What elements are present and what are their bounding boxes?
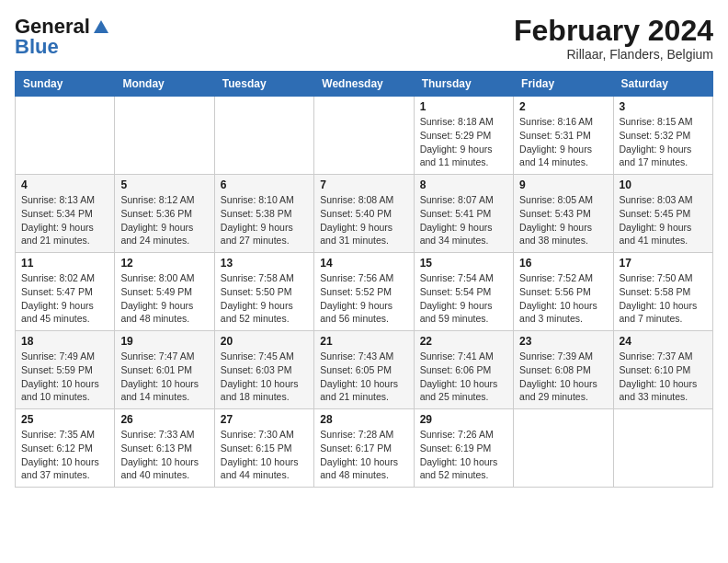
calendar-cell: 3Sunrise: 8:15 AM Sunset: 5:32 PM Daylig… <box>613 97 712 175</box>
day-number: 23 <box>519 335 607 348</box>
day-number: 25 <box>21 413 108 426</box>
calendar-cell: 16Sunrise: 7:52 AM Sunset: 5:56 PM Dayli… <box>514 253 613 331</box>
day-info: Sunrise: 7:47 AM Sunset: 6:01 PM Dayligh… <box>120 350 208 404</box>
calendar-cell: 25Sunrise: 7:35 AM Sunset: 6:12 PM Dayli… <box>16 409 115 488</box>
day-info: Sunrise: 7:58 AM Sunset: 5:50 PM Dayligh… <box>221 271 308 326</box>
calendar-cell: 22Sunrise: 7:41 AM Sunset: 6:06 PM Dayli… <box>414 331 513 409</box>
day-number: 11 <box>21 257 108 270</box>
calendar-cell: 11Sunrise: 8:02 AM Sunset: 5:47 PM Dayli… <box>16 253 115 331</box>
day-number: 10 <box>620 178 707 191</box>
calendar-cell <box>16 97 115 175</box>
day-number: 19 <box>120 335 208 348</box>
day-number: 6 <box>221 178 308 191</box>
day-info: Sunrise: 7:56 AM Sunset: 5:52 PM Dayligh… <box>320 271 407 326</box>
day-number: 4 <box>21 178 108 191</box>
day-number: 18 <box>21 335 108 348</box>
month-title: February 2024 <box>514 15 713 47</box>
calendar-cell: 19Sunrise: 7:47 AM Sunset: 6:01 PM Dayli… <box>115 331 214 409</box>
day-number: 27 <box>221 413 308 426</box>
day-info: Sunrise: 8:16 AM Sunset: 5:31 PM Dayligh… <box>519 115 607 169</box>
calendar-body: 1Sunrise: 8:18 AM Sunset: 5:29 PM Daylig… <box>16 97 713 488</box>
day-number: 22 <box>420 335 507 348</box>
day-info: Sunrise: 8:10 AM Sunset: 5:38 PM Dayligh… <box>221 193 308 247</box>
calendar-cell: 15Sunrise: 7:54 AM Sunset: 5:54 PM Dayli… <box>414 253 513 331</box>
day-number: 8 <box>420 178 507 191</box>
header-day-friday: Friday <box>514 72 613 97</box>
calendar-cell: 26Sunrise: 7:33 AM Sunset: 6:13 PM Dayli… <box>115 409 214 488</box>
week-row-3: 11Sunrise: 8:02 AM Sunset: 5:47 PM Dayli… <box>16 253 713 331</box>
day-info: Sunrise: 7:43 AM Sunset: 6:05 PM Dayligh… <box>320 350 407 404</box>
calendar-cell: 29Sunrise: 7:26 AM Sunset: 6:19 PM Dayli… <box>414 409 513 488</box>
day-number: 7 <box>320 178 407 191</box>
calendar-cell: 7Sunrise: 8:08 AM Sunset: 5:40 PM Daylig… <box>314 175 414 253</box>
day-info: Sunrise: 8:13 AM Sunset: 5:34 PM Dayligh… <box>21 193 108 247</box>
calendar-cell: 8Sunrise: 8:07 AM Sunset: 5:41 PM Daylig… <box>414 175 513 253</box>
day-number: 21 <box>320 335 407 348</box>
day-info: Sunrise: 7:35 AM Sunset: 6:12 PM Dayligh… <box>21 428 108 482</box>
day-number: 17 <box>620 257 707 270</box>
logo: General Blue <box>15 15 108 59</box>
week-row-2: 4Sunrise: 8:13 AM Sunset: 5:34 PM Daylig… <box>16 175 713 253</box>
day-info: Sunrise: 7:37 AM Sunset: 6:10 PM Dayligh… <box>620 350 707 404</box>
header-day-wednesday: Wednesday <box>314 72 414 97</box>
day-info: Sunrise: 7:41 AM Sunset: 6:06 PM Dayligh… <box>420 350 507 404</box>
day-info: Sunrise: 7:30 AM Sunset: 6:15 PM Dayligh… <box>221 428 308 482</box>
calendar-cell: 9Sunrise: 8:05 AM Sunset: 5:43 PM Daylig… <box>514 175 613 253</box>
calendar-cell: 10Sunrise: 8:03 AM Sunset: 5:45 PM Dayli… <box>613 175 712 253</box>
day-number: 9 <box>519 178 607 191</box>
logo-blue: Blue <box>15 35 59 59</box>
day-info: Sunrise: 7:33 AM Sunset: 6:13 PM Dayligh… <box>120 428 208 482</box>
day-number: 24 <box>620 335 707 348</box>
day-number: 3 <box>620 100 707 113</box>
calendar-cell: 1Sunrise: 8:18 AM Sunset: 5:29 PM Daylig… <box>414 97 513 175</box>
title-block: February 2024 Rillaar, Flanders, Belgium <box>514 15 713 62</box>
day-number: 16 <box>519 257 607 270</box>
day-info: Sunrise: 7:50 AM Sunset: 5:58 PM Dayligh… <box>620 271 707 326</box>
location-subtitle: Rillaar, Flanders, Belgium <box>514 47 713 62</box>
calendar-cell: 28Sunrise: 7:28 AM Sunset: 6:17 PM Dayli… <box>314 409 414 488</box>
calendar-cell: 2Sunrise: 8:16 AM Sunset: 5:31 PM Daylig… <box>514 97 613 175</box>
day-info: Sunrise: 8:08 AM Sunset: 5:40 PM Dayligh… <box>320 193 407 247</box>
calendar-table: SundayMondayTuesdayWednesdayThursdayFrid… <box>15 71 713 488</box>
calendar-cell: 21Sunrise: 7:43 AM Sunset: 6:05 PM Dayli… <box>314 331 414 409</box>
day-number: 1 <box>420 100 507 113</box>
day-number: 15 <box>420 257 507 270</box>
day-info: Sunrise: 8:00 AM Sunset: 5:49 PM Dayligh… <box>120 271 208 326</box>
calendar-cell <box>514 409 613 488</box>
day-info: Sunrise: 8:07 AM Sunset: 5:41 PM Dayligh… <box>420 193 507 247</box>
calendar-cell: 13Sunrise: 7:58 AM Sunset: 5:50 PM Dayli… <box>214 253 313 331</box>
calendar-cell: 5Sunrise: 8:12 AM Sunset: 5:36 PM Daylig… <box>115 175 214 253</box>
day-info: Sunrise: 8:15 AM Sunset: 5:32 PM Dayligh… <box>620 115 707 169</box>
day-info: Sunrise: 7:39 AM Sunset: 6:08 PM Dayligh… <box>519 350 607 404</box>
calendar-header: SundayMondayTuesdayWednesdayThursdayFrid… <box>16 72 713 97</box>
week-row-1: 1Sunrise: 8:18 AM Sunset: 5:29 PM Daylig… <box>16 97 713 175</box>
day-info: Sunrise: 7:28 AM Sunset: 6:17 PM Dayligh… <box>320 428 407 482</box>
calendar-cell: 12Sunrise: 8:00 AM Sunset: 5:49 PM Dayli… <box>115 253 214 331</box>
day-info: Sunrise: 8:05 AM Sunset: 5:43 PM Dayligh… <box>519 193 607 247</box>
day-number: 13 <box>221 257 308 270</box>
day-info: Sunrise: 8:18 AM Sunset: 5:29 PM Dayligh… <box>420 115 507 169</box>
calendar-cell: 6Sunrise: 8:10 AM Sunset: 5:38 PM Daylig… <box>214 175 313 253</box>
day-info: Sunrise: 8:02 AM Sunset: 5:47 PM Dayligh… <box>21 271 108 326</box>
calendar-cell <box>115 97 214 175</box>
calendar-cell: 17Sunrise: 7:50 AM Sunset: 5:58 PM Dayli… <box>613 253 712 331</box>
calendar-cell: 14Sunrise: 7:56 AM Sunset: 5:52 PM Dayli… <box>314 253 414 331</box>
logo-triangle-icon <box>94 20 108 33</box>
header-row: SundayMondayTuesdayWednesdayThursdayFrid… <box>16 72 713 97</box>
day-number: 2 <box>519 100 607 113</box>
header-day-saturday: Saturday <box>613 72 712 97</box>
day-info: Sunrise: 7:54 AM Sunset: 5:54 PM Dayligh… <box>420 271 507 326</box>
calendar-cell: 18Sunrise: 7:49 AM Sunset: 5:59 PM Dayli… <box>16 331 115 409</box>
day-info: Sunrise: 7:26 AM Sunset: 6:19 PM Dayligh… <box>420 428 507 482</box>
calendar-cell <box>214 97 313 175</box>
week-row-5: 25Sunrise: 7:35 AM Sunset: 6:12 PM Dayli… <box>16 409 713 488</box>
day-number: 20 <box>221 335 308 348</box>
day-number: 28 <box>320 413 407 426</box>
day-number: 12 <box>120 257 208 270</box>
day-number: 14 <box>320 257 407 270</box>
week-row-4: 18Sunrise: 7:49 AM Sunset: 5:59 PM Dayli… <box>16 331 713 409</box>
day-info: Sunrise: 7:45 AM Sunset: 6:03 PM Dayligh… <box>221 350 308 404</box>
day-info: Sunrise: 7:52 AM Sunset: 5:56 PM Dayligh… <box>519 271 607 326</box>
calendar-cell <box>613 409 712 488</box>
day-info: Sunrise: 7:49 AM Sunset: 5:59 PM Dayligh… <box>21 350 108 404</box>
